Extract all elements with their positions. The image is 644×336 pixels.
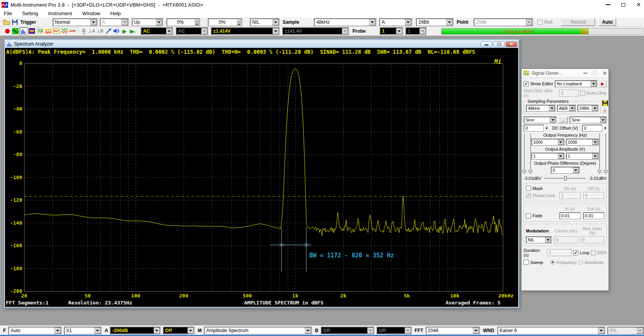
mode-combo[interactable]: Amplitude Spectrum bbox=[204, 327, 312, 334]
phase-combo[interactable]: 0 bbox=[551, 167, 580, 174]
range-b-combo[interactable]: ±141.4V bbox=[282, 27, 349, 35]
derived-data-icon[interactable] bbox=[60, 27, 69, 35]
spectrum-plot[interactable]: 0-20-40-60-80-100-120-140-160-180-200205… bbox=[5, 56, 518, 306]
show-editor-checkbox[interactable]: Show Editor bbox=[524, 81, 553, 86]
open-file-icon[interactable] bbox=[2, 18, 11, 26]
play-output-icon[interactable]: ▶ bbox=[129, 27, 137, 35]
sampling-bits-combo[interactable]: 24Bit bbox=[416, 18, 453, 26]
balance-slider[interactable] bbox=[544, 178, 586, 179]
trigger-source-combo[interactable]: A bbox=[100, 18, 129, 26]
wave-more-button[interactable]: ... bbox=[558, 116, 568, 123]
dds-checkbox[interactable]: DDS bbox=[591, 250, 607, 255]
modulation-combo[interactable]: NIL bbox=[526, 236, 552, 243]
amplitude-slider-b[interactable] bbox=[599, 133, 607, 175]
sampling-channel-combo[interactable]: A bbox=[379, 18, 412, 26]
freq-axis-combo[interactable]: Auto bbox=[8, 327, 61, 334]
sa-minimize-button[interactable] bbox=[481, 41, 492, 47]
menu-window[interactable]: Window bbox=[82, 11, 100, 16]
trigger-mode-combo[interactable]: Normal bbox=[53, 18, 97, 26]
sg-bits-combo[interactable]: 24Bit bbox=[577, 105, 598, 112]
menu-setting[interactable]: Setting bbox=[22, 11, 38, 16]
sg-channels-combo[interactable]: A&B bbox=[557, 105, 576, 112]
probe-a-combo[interactable]: 1 bbox=[380, 27, 403, 35]
range-a-combo[interactable]: ±1.414V bbox=[211, 27, 280, 35]
sg-rate-combo[interactable]: 48kHz bbox=[526, 105, 556, 112]
auto-button[interactable]: Auto bbox=[598, 18, 616, 26]
sg-music-icon[interactable]: ♬ bbox=[602, 108, 608, 114]
dc-b-spinner[interactable]: ▲▼ bbox=[604, 127, 607, 130]
signal-generator-titlebar[interactable]: Signal Gener... ✕ bbox=[522, 69, 609, 77]
sg-save-icon[interactable] bbox=[602, 100, 608, 107]
close-button[interactable]: ✕ bbox=[636, 2, 641, 7]
sg-minimize-button[interactable] bbox=[583, 73, 587, 74]
zoom-combo[interactable]: X1 bbox=[64, 327, 102, 334]
ground-a-icon[interactable]: ⊥A bbox=[88, 27, 96, 35]
sweep-amplitude-radio[interactable]: Amplitude bbox=[579, 260, 604, 265]
oscilloscope-icon[interactable] bbox=[11, 27, 19, 35]
record-icon[interactable] bbox=[3, 27, 11, 35]
speaker-icon[interactable] bbox=[112, 27, 120, 35]
loop-checkbox[interactable]: Loop bbox=[573, 250, 589, 255]
multimeter-icon[interactable]: 888 bbox=[28, 27, 36, 35]
sa-maximize-button[interactable] bbox=[493, 41, 505, 47]
roll-checkbox[interactable]: Roll bbox=[538, 19, 552, 25]
amp-b-combo[interactable]: 1 bbox=[566, 153, 599, 160]
trigger-delay-spinner[interactable]: 0% bbox=[208, 18, 242, 26]
microphone-icon[interactable] bbox=[80, 27, 88, 35]
ref-a-combo[interactable]: Off bbox=[163, 327, 195, 334]
probe-b-combo[interactable]: 1 bbox=[405, 27, 426, 35]
wave-a-combo[interactable]: Sine bbox=[524, 116, 556, 123]
ddp-viewer-icon[interactable]: DDP bbox=[69, 27, 77, 35]
probe-calibration-icon[interactable] bbox=[104, 27, 112, 35]
record-length-combo[interactable]: 2048 bbox=[474, 18, 533, 26]
sa-close-button[interactable]: ✕ bbox=[506, 41, 517, 47]
menu-instrument[interactable]: Instrument bbox=[48, 11, 72, 16]
sweep-frequency-radio[interactable]: Frequency bbox=[550, 260, 577, 265]
fft-size-combo[interactable]: 2048 bbox=[426, 327, 480, 334]
save-icon[interactable] bbox=[11, 18, 19, 26]
device-test-plan-icon[interactable]: DUT bbox=[52, 27, 60, 35]
dc-a-spinner[interactable]: ▲▼ bbox=[545, 127, 548, 130]
spectrum-analyzer-titlebar[interactable]: Spectrum Analyzer ✕ bbox=[5, 40, 518, 48]
dc-offset-a-input[interactable]: 0 bbox=[524, 125, 544, 132]
amp-a-combo[interactable]: 1 bbox=[531, 153, 564, 160]
mod-index-input[interactable]: 0 bbox=[580, 236, 605, 243]
trigger-level-spinner[interactable]: 0% bbox=[166, 18, 200, 26]
window-fn-combo[interactable]: Kaiser 6 bbox=[497, 327, 605, 334]
loopback-combo[interactable]: No Loopback bbox=[555, 80, 597, 87]
data-logger-icon[interactable] bbox=[36, 27, 44, 35]
echo-only-checkbox[interactable]: Echo Only bbox=[580, 91, 607, 96]
mask-off-input[interactable]: 0 bbox=[583, 192, 605, 199]
ref-b-combo[interactable]: Off bbox=[377, 327, 412, 334]
mask-on-input[interactable]: 1 bbox=[559, 192, 581, 199]
fade-checkbox[interactable]: Fade bbox=[526, 213, 557, 218]
dc-offset-b-input[interactable]: 0 bbox=[582, 125, 602, 132]
sg-maximize-button[interactable] bbox=[593, 71, 597, 75]
carrier-input[interactable]: 0 bbox=[554, 236, 578, 243]
fade-out-input[interactable]: 0.01 bbox=[583, 212, 605, 219]
sg-close-button[interactable]: ✕ bbox=[602, 70, 607, 76]
play-icon[interactable]: ▶ bbox=[120, 27, 129, 35]
duration-input[interactable]: 1 bbox=[547, 249, 571, 256]
spectrum-analyzer-icon[interactable] bbox=[19, 27, 28, 35]
sweep-checkbox[interactable]: Sweep bbox=[524, 260, 543, 265]
amplitude-slider-a[interactable] bbox=[524, 133, 531, 175]
signal-generator-icon[interactable] bbox=[44, 27, 52, 35]
wave-b-combo[interactable]: Sine bbox=[570, 116, 607, 123]
menu-file[interactable]: File bbox=[4, 11, 12, 16]
menu-help[interactable]: Help bbox=[110, 11, 121, 16]
trigger-hpf-combo[interactable]: NIL bbox=[250, 18, 280, 26]
range-b-display-combo[interactable]: Off bbox=[321, 327, 374, 334]
overlap-combo[interactable]: 0% bbox=[607, 327, 644, 334]
freq-a-combo[interactable]: 1000 bbox=[531, 139, 564, 146]
phase-lock-checkbox[interactable]: Phase Lock bbox=[526, 193, 557, 198]
coupling-b-combo[interactable]: AC bbox=[176, 27, 208, 35]
sg-play-button[interactable]: ▶ bbox=[599, 80, 607, 87]
start-osc-input[interactable]: 0 bbox=[559, 90, 579, 97]
minimize-button[interactable] bbox=[606, 4, 610, 5]
range-a-display-combo[interactable]: -200dB bbox=[110, 327, 160, 334]
ground-b-icon[interactable]: ⊥B bbox=[96, 27, 104, 35]
sampling-rate-combo[interactable]: 48kHz bbox=[314, 18, 376, 26]
trigger-edge-combo[interactable]: Up bbox=[132, 18, 163, 26]
mask-checkbox[interactable]: Mask bbox=[526, 186, 557, 191]
